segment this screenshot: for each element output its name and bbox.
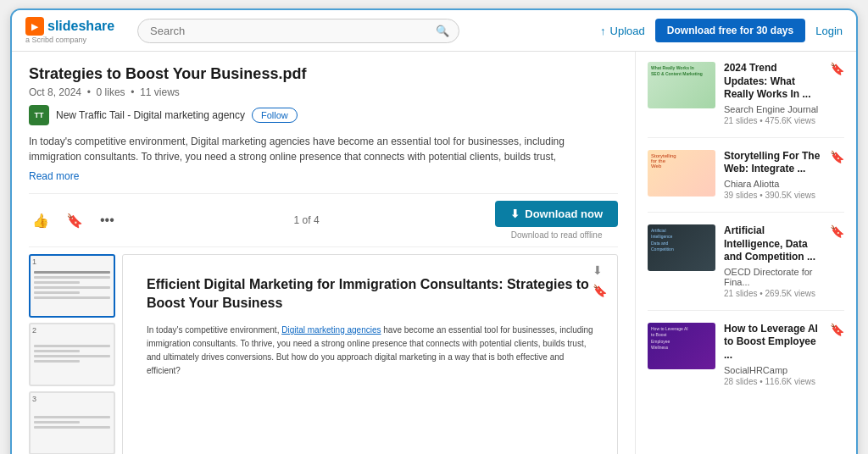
thumb-line [34, 350, 80, 352]
sidebar-thumb-content-2: Storytellingfor theWeb [648, 150, 715, 197]
doc-meta: Oct 8, 2024 • 0 likes • 11 views [29, 86, 618, 98]
story-mini-text: Storytellingfor theWeb [651, 153, 712, 169]
sidebar-card-4[interactable]: How to Leverage AIto BoostEmployeeWellne… [648, 323, 844, 398]
doc-page-title: Efficient Digital Marketing for Immigrat… [147, 275, 593, 313]
sidebar-card-info-4: How to Leverage AI to Boost Employee ...… [724, 323, 821, 386]
thumb-line [34, 296, 110, 299]
sidebar-bookmark-3[interactable]: 🔖 [830, 224, 844, 298]
thumb-line [34, 360, 80, 363]
seo-mini-text: What Really Works InSEO & Content Market… [651, 65, 712, 77]
thumb-line [34, 276, 110, 279]
logo[interactable]: ▶ slideshare [25, 17, 114, 36]
upload-label: Upload [610, 25, 645, 37]
thumb-lines-2 [34, 345, 110, 365]
read-more-link[interactable]: Read more [29, 170, 79, 182]
doc-likes: 0 likes [97, 86, 125, 98]
browser-frame: ▶ slideshare a Scribd company 🔍 ↑ Upload… [10, 8, 858, 454]
doc-toolbar: 👍 🔖 ••• 1 of 4 ⬇ Download now Download t… [29, 193, 618, 247]
thumb-lines-1 [34, 271, 110, 302]
sidebar-thumb-content-1: What Really Works InSEO & Content Market… [648, 62, 715, 108]
sidebar-card-author-3: OECD Directorate for Fina... [724, 267, 821, 287]
viewer-area: 1 2 [29, 254, 618, 454]
sidebar-card-meta-4: 28 slides • 116.6K views [724, 377, 821, 386]
thumb-line [34, 281, 80, 284]
header-actions: ↑ Upload Download free for 30 days Login [600, 19, 843, 42]
logo-sub: a Scribd company [25, 36, 86, 44]
author-name: New Traffic Tail - Digital marketing age… [56, 109, 245, 121]
sidebar-card-info-2: Storytelling For The Web: Integrate ... … [724, 150, 821, 200]
logo-name: slideshare [47, 19, 114, 34]
thumb-inner-1 [31, 256, 114, 316]
follow-button[interactable]: Follow [252, 108, 298, 123]
download-now-label: Download now [525, 208, 603, 220]
sidebar-card-title-1: 2024 Trend Updates: What Really Works In… [724, 62, 821, 102]
sidebar-card-author-1: Search Engine Journal [724, 104, 821, 114]
sidebar-bookmark-1[interactable]: 🔖 [830, 62, 844, 125]
thumbnail-3[interactable]: 3 [29, 391, 115, 454]
sidebar-card-title-3: Artificial Intelligence, Data and Compet… [724, 224, 821, 264]
logo-area: ▶ slideshare a Scribd company [25, 17, 127, 44]
search-input[interactable] [137, 19, 459, 43]
sidebar-card-1[interactable]: What Really Works InSEO & Content Market… [648, 62, 844, 138]
sidebar-bookmark-4[interactable]: 🔖 [830, 323, 844, 386]
toolbar-left: 👍 🔖 ••• [29, 209, 118, 232]
sidebar-thumb-3: ArtificialIntelligenceData andCompetitio… [648, 224, 715, 271]
download-section: ⬇ Download now Download to read offline [495, 201, 618, 240]
thumb-line [34, 355, 110, 357]
login-button[interactable]: Login [815, 25, 843, 37]
sidebar-card-author-2: Chiara Aliotta [724, 179, 821, 189]
doc-bookmark-icon[interactable]: 🔖 [593, 284, 607, 297]
sidebar-card-3[interactable]: ArtificialIntelligenceData andCompetitio… [648, 224, 844, 311]
leverage-mini-text: How to Leverage AIto BoostEmployeeWellne… [651, 326, 712, 352]
ai-mini-text: ArtificialIntelligenceData andCompetitio… [651, 228, 712, 253]
sidebar-card-title-2: Storytelling For The Web: Integrate ... [724, 150, 821, 176]
sidebar-card-title-4: How to Leverage AI to Boost Employee ... [724, 323, 821, 363]
thumb-line [34, 286, 110, 289]
sidebar-card-2[interactable]: Storytellingfor theWeb Storytelling For … [648, 150, 844, 213]
thumbnail-1[interactable]: 1 [29, 254, 115, 318]
doc-page-icons: ⬇ 🔖 [593, 263, 607, 297]
sidebar: What Really Works InSEO & Content Market… [636, 52, 856, 454]
thumbnails-panel: 1 2 [29, 254, 122, 454]
header: ▶ slideshare a Scribd company 🔍 ↑ Upload… [12, 10, 856, 52]
search-bar: 🔍 [137, 19, 459, 43]
thumb-line [34, 416, 110, 418]
upload-icon: ↑ [600, 25, 606, 37]
sidebar-bookmark-2[interactable]: 🔖 [830, 150, 844, 200]
like-button[interactable]: 👍 [29, 209, 53, 232]
thumb-inner-3 [31, 393, 114, 453]
upload-button[interactable]: ↑ Upload [600, 25, 645, 37]
sidebar-thumb-2: Storytellingfor theWeb [648, 150, 715, 197]
logo-icon: ▶ [25, 17, 44, 36]
doc-date: Oct 8, 2024 [29, 86, 81, 98]
author-icon: TT [29, 105, 49, 125]
bookmark-button[interactable]: 🔖 [63, 209, 86, 232]
sidebar-thumb-content-4: How to Leverage AIto BoostEmployeeWellne… [648, 323, 715, 369]
thumb-line [34, 291, 80, 294]
download-free-button[interactable]: Download free for 30 days [655, 19, 805, 42]
sidebar-card-info-1: 2024 Trend Updates: What Really Works In… [724, 62, 821, 125]
thumb-lines-3 [34, 416, 110, 431]
page-indicator: 1 of 4 [294, 214, 320, 226]
doc-link[interactable]: Digital marketing agencies [281, 325, 381, 335]
search-icon: 🔍 [436, 25, 449, 37]
doc-download-icon[interactable]: ⬇ [593, 263, 607, 277]
thumb-inner-2 [31, 324, 114, 385]
thumbnail-2[interactable]: 2 [29, 323, 115, 386]
doc-page: ⬇ 🔖 Efficient Digital Marketing for Immi… [122, 254, 618, 454]
sidebar-thumb-4: How to Leverage AIto BoostEmployeeWellne… [648, 323, 715, 369]
thumb-num-2: 2 [32, 326, 36, 335]
sidebar-card-meta-1: 21 slides • 475.6K views [724, 116, 821, 125]
download-sub-label: Download to read offline [495, 230, 618, 240]
download-icon: ⬇ [510, 208, 520, 220]
sidebar-thumb-1: What Really Works InSEO & Content Market… [648, 62, 715, 108]
thumb-num-3: 3 [32, 395, 36, 403]
download-now-button[interactable]: ⬇ Download now [495, 201, 618, 227]
author-row: TT New Traffic Tail - Digital marketing … [29, 105, 618, 125]
doc-views: 11 views [140, 86, 180, 98]
sidebar-thumb-content-3: ArtificialIntelligenceData andCompetitio… [648, 224, 715, 271]
thumb-num-1: 1 [32, 257, 36, 266]
sidebar-card-meta-3: 21 slides • 269.5K views [724, 289, 821, 298]
more-options-button[interactable]: ••• [97, 209, 118, 231]
thumb-line [34, 345, 110, 347]
